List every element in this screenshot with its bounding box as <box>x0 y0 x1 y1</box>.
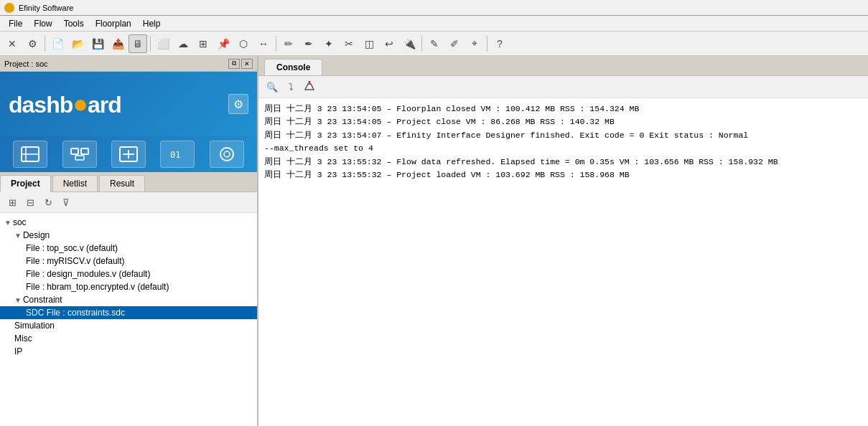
tree-arrow-design: ▼ <box>14 232 22 240</box>
grid-btn[interactable]: ⊞ <box>194 34 213 53</box>
tree-label-sdc: SDC File : constraints.sdc <box>26 308 125 318</box>
tree-item-misc[interactable]: Misc <box>0 332 257 345</box>
dashboard-settings-btn[interactable]: ⚙ <box>228 94 248 114</box>
tree-item-file-design[interactable]: File : design_modules.v (default) <box>0 268 257 280</box>
dash-icon-5[interactable] <box>210 141 244 168</box>
tab-project[interactable]: Project <box>0 175 51 192</box>
screen-btn[interactable]: 🖥 <box>129 34 147 53</box>
refresh-btn[interactable]: ↻ <box>40 194 56 210</box>
dashboard-title: dashb●ard <box>9 89 121 119</box>
dash-icon-1[interactable] <box>13 141 47 168</box>
open-btn[interactable]: 📂 <box>68 34 87 53</box>
sep5 <box>487 36 487 52</box>
tree-label-design: Design <box>23 230 50 240</box>
close-btn[interactable]: ✕ <box>3 34 22 53</box>
settings-btn[interactable]: ⚙ <box>23 34 42 53</box>
svg-text:01: 01 <box>170 150 180 160</box>
route-btn[interactable]: ↩ <box>380 34 398 53</box>
dashboard: dashb●ard ⚙ <box>0 72 257 136</box>
save-btn[interactable]: 💾 <box>88 34 107 53</box>
svg-point-10 <box>220 148 233 161</box>
console-tab-bar: Console <box>258 56 868 76</box>
menu-file[interactable]: File <box>3 17 28 30</box>
dash-icon-4[interactable]: 01 <box>160 141 195 168</box>
tree-label-file-top: File : top_soc.v (default) <box>26 243 118 253</box>
toolbar: ✕ ⚙ 📄 📂 💾 📤 🖥 ⬜ ☁ ⊞ 📌 ⬡ ↔ ✏ ✒ ✦ ✂ ◫ ↩ 🔌 … <box>0 32 868 56</box>
project-tab-bar: Project Netlist Result <box>0 172 257 192</box>
svg-marker-12 <box>305 84 314 90</box>
tree-item-file-riscv[interactable]: File : myRISCV.v (default) <box>0 255 257 268</box>
panel-toolbar: ⊞ ⊟ ↻ ⊽ <box>0 192 257 213</box>
menu-tools[interactable]: Tools <box>58 17 90 30</box>
tree-label-file-design: File : design_modules.v (default) <box>26 269 150 279</box>
console-scroll-btn[interactable]: ⤵ <box>283 79 299 95</box>
tree-item-soc[interactable]: ▼ soc <box>0 216 257 229</box>
app-title: Efinity Software <box>19 4 73 12</box>
tree-item-file-hbram[interactable]: File : hbram_top.encrypted.v (default) <box>0 280 257 293</box>
pen-btn[interactable]: ✏ <box>279 34 298 53</box>
tree-item-ip[interactable]: IP <box>0 345 257 358</box>
collapse-all-btn[interactable]: ⊟ <box>22 194 38 210</box>
tree-label-file-hbram: File : hbram_top.encrypted.v (default) <box>26 282 169 292</box>
new-btn[interactable]: 📄 <box>48 34 67 53</box>
filter-btn[interactable]: ⊽ <box>58 194 74 210</box>
tree-label-simulation: Simulation <box>14 321 55 331</box>
tab-result[interactable]: Result <box>99 175 145 191</box>
tree-item-design[interactable]: ▼ Design <box>0 229 257 242</box>
tree-item-constraint[interactable]: ▼ Constraint <box>0 293 257 306</box>
intf-btn[interactable]: 🔌 <box>400 34 419 53</box>
connect-btn[interactable]: ⬡ <box>234 34 253 53</box>
app-icon <box>4 3 14 13</box>
expand-all-btn[interactable]: ⊞ <box>4 194 20 210</box>
project-title: Project : soc <box>4 60 48 68</box>
project-restore-btn[interactable]: ⧉ <box>228 59 240 69</box>
tree-label-ip: IP <box>14 346 22 356</box>
export-btn[interactable]: 📤 <box>108 34 127 53</box>
left-panel: Project : soc ⧉ ✕ dashb●ard ⚙ <box>0 56 258 426</box>
tree-label-constraint: Constraint <box>23 295 62 305</box>
console-output: 周日 十二月 3 23 13:54:05 – Floorplan closed … <box>258 98 868 426</box>
chip-btn[interactable]: ◫ <box>360 34 378 53</box>
title-bar: Efinity Software <box>0 0 868 16</box>
project-close-btn[interactable]: ✕ <box>241 59 253 69</box>
console-line-5: 周日 十二月 3 23 13:55:32 – Flow data refresh… <box>264 156 862 169</box>
console-search-btn[interactable]: 🔍 <box>264 79 280 95</box>
tab-netlist[interactable]: Netlist <box>52 175 98 191</box>
pin-btn[interactable]: 📌 <box>214 34 233 53</box>
tree-label-file-riscv: File : myRISCV.v (default) <box>26 256 125 266</box>
cloud-btn[interactable]: ☁ <box>174 34 192 53</box>
help-btn[interactable]: ? <box>490 34 509 53</box>
project-header-btns: ⧉ ✕ <box>228 59 253 69</box>
tree-label-soc: soc <box>13 217 27 227</box>
select-rect-btn[interactable]: ⬜ <box>154 34 172 53</box>
pencil2-btn[interactable]: ✐ <box>445 34 464 53</box>
console-line-3: 周日 十二月 3 23 13:54:07 – Efinity Interface… <box>264 129 862 142</box>
star-btn[interactable]: ✦ <box>319 34 338 53</box>
console-toolbar: 🔍 ⤵ <box>258 76 868 98</box>
menu-bar: File Flow Tools Floorplan Help <box>0 16 868 32</box>
tree-item-sdc[interactable]: SDC File : constraints.sdc <box>0 306 257 319</box>
menu-flow[interactable]: Flow <box>28 17 57 30</box>
edit2-btn[interactable]: ✒ <box>299 34 318 53</box>
cut-btn[interactable]: ✂ <box>340 34 358 53</box>
console-line-4: --max_threads set to 4 <box>264 142 862 155</box>
main-area: Project : soc ⧉ ✕ dashb●ard ⚙ <box>0 56 868 426</box>
draw-btn[interactable]: ✎ <box>425 34 444 53</box>
project-header: Project : soc ⧉ ✕ <box>0 56 257 72</box>
console-line-1: 周日 十二月 3 23 13:54:05 – Floorplan closed … <box>264 103 862 115</box>
console-clear-btn[interactable] <box>302 79 317 95</box>
svg-point-11 <box>224 151 230 157</box>
dash-icon-2[interactable] <box>62 141 97 168</box>
menu-floorplan[interactable]: Floorplan <box>90 17 137 30</box>
sep1 <box>45 36 45 52</box>
move-btn[interactable]: ↔ <box>254 34 273 53</box>
tree-item-file-top[interactable]: File : top_soc.v (default) <box>0 242 257 255</box>
tab-console[interactable]: Console <box>264 59 322 75</box>
tree-item-simulation[interactable]: Simulation <box>0 319 257 332</box>
pin2-btn[interactable]: ⌖ <box>465 34 484 53</box>
project-tree: ▼ soc ▼ Design File : top_soc.v (default… <box>0 213 257 426</box>
svg-point-14 <box>309 81 311 83</box>
svg-rect-3 <box>71 148 78 154</box>
menu-help[interactable]: Help <box>137 17 167 30</box>
dash-icon-3[interactable] <box>111 141 146 168</box>
